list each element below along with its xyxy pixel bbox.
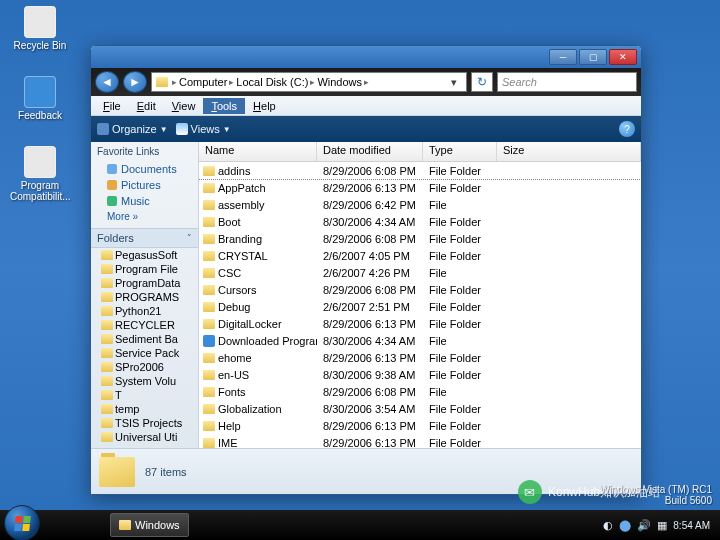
breadcrumb-drive[interactable]: Local Disk (C:) <box>236 76 308 88</box>
tree-item[interactable]: RECYCLER <box>91 318 198 332</box>
folder-icon <box>101 432 113 442</box>
tree-item[interactable]: TSIS Projects <box>91 416 198 430</box>
network-icon[interactable]: ⬤ <box>619 519 631 532</box>
tree-label: T <box>115 389 122 401</box>
file-row[interactable]: Boot8/30/2006 4:34 AMFile Folder <box>199 213 641 230</box>
tree-item[interactable]: temp <box>91 402 198 416</box>
file-list-pane: Name Date modified Type Size addins8/29/… <box>199 142 641 448</box>
file-type: File Folder <box>423 318 497 330</box>
desktop-icon-recycle-bin[interactable]: Recycle Bin <box>10 6 70 51</box>
menu-tools[interactable]: Tools <box>203 98 245 114</box>
tray-icon[interactable]: ◐ <box>603 519 613 532</box>
file-name: Branding <box>218 233 262 245</box>
menu-help[interactable]: Help <box>245 98 284 114</box>
menu-view[interactable]: View <box>164 98 204 114</box>
folder-icon <box>203 421 215 431</box>
file-row[interactable]: Cursors8/29/2006 6:08 PMFile Folder <box>199 281 641 298</box>
file-name: addins <box>218 165 250 177</box>
file-list[interactable]: addins8/29/2006 6:08 PMFile FolderAppPat… <box>199 162 641 448</box>
tree-item[interactable]: PegasusSoft <box>91 248 198 262</box>
volume-icon[interactable]: 🔊 <box>637 519 651 532</box>
folder-icon <box>99 457 135 487</box>
file-date: 8/29/2006 6:13 PM <box>317 318 423 330</box>
help-button[interactable]: ? <box>619 121 635 137</box>
views-button[interactable]: Views ▼ <box>176 123 231 135</box>
file-row[interactable]: Help8/29/2006 6:13 PMFile Folder <box>199 417 641 434</box>
file-date: 2/6/2007 4:26 PM <box>317 267 423 279</box>
favorite-pictures[interactable]: Pictures <box>91 177 198 193</box>
taskbar-item-windows[interactable]: Windows <box>110 513 189 537</box>
col-date[interactable]: Date modified <box>317 142 423 161</box>
favorites-header: Favorite Links <box>91 142 198 161</box>
folders-toggle[interactable]: Folders ˅ <box>91 228 198 248</box>
file-row[interactable]: Fonts8/29/2006 6:08 PMFile <box>199 383 641 400</box>
refresh-button[interactable]: ↻ <box>471 72 493 92</box>
file-type: File Folder <box>423 165 497 177</box>
file-row[interactable]: CRYSTAL2/6/2007 4:05 PMFile Folder <box>199 247 641 264</box>
file-name: Fonts <box>218 386 246 398</box>
clock[interactable]: 8:54 AM <box>673 520 710 531</box>
back-button[interactable]: ◄ <box>95 71 119 93</box>
tree-item[interactable]: System Volu <box>91 374 198 388</box>
close-button[interactable]: ✕ <box>609 49 637 65</box>
file-row[interactable]: en-US8/30/2006 9:38 AMFile Folder <box>199 366 641 383</box>
file-row[interactable]: Globalization8/30/2006 3:54 AMFile Folde… <box>199 400 641 417</box>
desktop-icon-program-compatibility[interactable]: ProgramCompatibilit... <box>10 146 70 202</box>
tree-item[interactable]: SPro2006 <box>91 360 198 374</box>
minimize-button[interactable]: ─ <box>549 49 577 65</box>
tree-item[interactable]: T <box>91 388 198 402</box>
breadcrumb-dropdown[interactable]: ▾ <box>446 76 462 89</box>
organize-button[interactable]: Organize ▼ <box>97 123 168 135</box>
tree-item[interactable]: Service Pack <box>91 346 198 360</box>
file-row[interactable]: addins8/29/2006 6:08 PMFile Folder <box>199 162 641 179</box>
recycle-bin-icon <box>24 6 56 38</box>
file-row[interactable]: Branding8/29/2006 6:08 PMFile Folder <box>199 230 641 247</box>
favorite-music[interactable]: Music <box>91 193 198 209</box>
tree-label: Sediment Ba <box>115 333 178 345</box>
col-size[interactable]: Size <box>497 142 641 161</box>
maximize-button[interactable]: ▢ <box>579 49 607 65</box>
file-name: Help <box>218 420 241 432</box>
tree-item[interactable]: ProgramData <box>91 276 198 290</box>
favorite-documents[interactable]: Documents <box>91 161 198 177</box>
search-input[interactable]: Search <box>497 72 637 92</box>
more-link[interactable]: More » <box>91 209 198 228</box>
folder-icon <box>101 264 113 274</box>
folder-icon <box>203 319 215 329</box>
special-folder-icon <box>203 335 215 347</box>
file-row[interactable]: Downloaded Program ...8/30/2006 4:34 AMF… <box>199 332 641 349</box>
file-name: en-US <box>218 369 249 381</box>
file-row[interactable]: IME8/29/2006 6:13 PMFile Folder <box>199 434 641 448</box>
col-type[interactable]: Type <box>423 142 497 161</box>
file-row[interactable]: DigitalLocker8/29/2006 6:13 PMFile Folde… <box>199 315 641 332</box>
file-type: File <box>423 199 497 211</box>
breadcrumb-folder[interactable]: Windows <box>317 76 362 88</box>
tree-item[interactable]: Program File <box>91 262 198 276</box>
breadcrumb[interactable]: ▸ Computer ▸ Local Disk (C:) ▸ Windows ▸… <box>151 72 467 92</box>
titlebar[interactable]: ─ ▢ ✕ <box>91 46 641 68</box>
tree-item[interactable]: PROGRAMS <box>91 290 198 304</box>
col-name[interactable]: Name <box>199 142 317 161</box>
breadcrumb-computer[interactable]: Computer <box>179 76 227 88</box>
desktop-icon-feedback[interactable]: Feedback <box>10 76 70 121</box>
start-button[interactable] <box>4 505 40 540</box>
file-type: File <box>423 335 497 347</box>
folder-icon <box>101 250 113 260</box>
file-name: DigitalLocker <box>218 318 282 330</box>
menu-file[interactable]: File <box>95 98 129 114</box>
tree-label: Python21 <box>115 305 161 317</box>
tree-item[interactable]: Python21 <box>91 304 198 318</box>
tree-item[interactable]: Sediment Ba <box>91 332 198 346</box>
file-row[interactable]: AppPatch8/29/2006 6:13 PMFile Folder <box>199 179 641 196</box>
forward-button[interactable]: ► <box>123 71 147 93</box>
tree-item[interactable]: Universal Uti <box>91 430 198 444</box>
file-row[interactable]: CSC2/6/2007 4:26 PMFile <box>199 264 641 281</box>
folder-icon <box>101 292 113 302</box>
folder-icon <box>101 320 113 330</box>
menu-edit[interactable]: Edit <box>129 98 164 114</box>
file-row[interactable]: Debug2/6/2007 2:51 PMFile Folder <box>199 298 641 315</box>
chevron-down-icon: ▼ <box>223 125 231 134</box>
file-row[interactable]: ehome8/29/2006 6:13 PMFile Folder <box>199 349 641 366</box>
tray-icon[interactable]: ▦ <box>657 519 667 532</box>
file-row[interactable]: assembly8/29/2006 6:42 PMFile <box>199 196 641 213</box>
